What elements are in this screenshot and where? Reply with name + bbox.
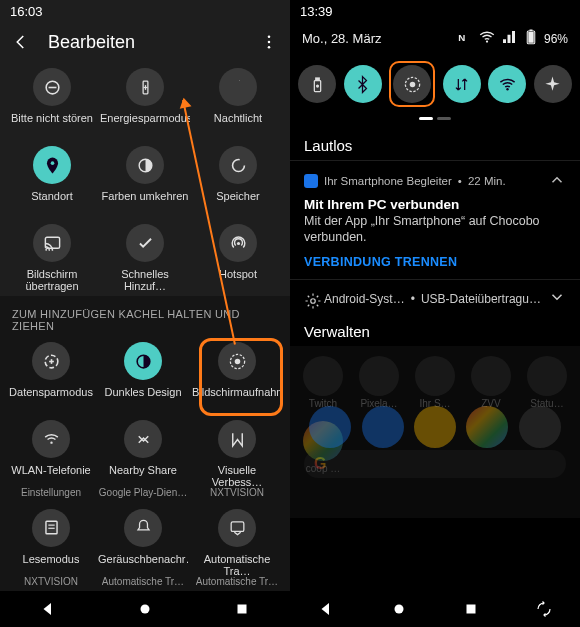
chevron-up-icon[interactable] xyxy=(548,171,566,191)
notif2-text: USB-Dateiübertragung aktiviert xyxy=(421,292,542,306)
qs-tile-auto-transcribe[interactable]: Automatische Tra… Automatische Tr… xyxy=(190,503,284,592)
tile-label: Bitte nicht stören xyxy=(11,112,93,136)
tile-sublabel: Google Play-Dien… xyxy=(99,488,187,499)
search-bar: G xyxy=(304,450,566,478)
tile-sublabel: NXTVISION xyxy=(210,488,264,499)
nav-home-icon[interactable] xyxy=(388,598,410,620)
qs-tile-cast[interactable]: Bildschirm übertragen xyxy=(6,218,98,296)
qs-bluetooth-button[interactable] xyxy=(344,65,382,103)
tile-label: Schnelles Hinzuf… xyxy=(100,268,190,292)
tile-label: WLAN-Telefonie xyxy=(11,464,90,488)
battery-icon xyxy=(522,28,540,49)
nfc-icon xyxy=(456,28,474,49)
qs-tile-wifi-calling[interactable]: WLAN-Telefonie Einstellungen xyxy=(6,414,96,503)
location-icon xyxy=(33,146,71,184)
home-app: Ihr S… xyxy=(412,356,458,409)
dnd-icon xyxy=(33,68,71,106)
tile-label: Hotspot xyxy=(219,268,257,292)
nav-back-icon[interactable] xyxy=(315,598,337,620)
qs-tile-data-saver[interactable]: Datensparmodus xyxy=(6,336,96,414)
notif-app-name: Ihr Smartphone Begleiter xyxy=(324,175,452,187)
tile-label: Speicher xyxy=(216,190,259,214)
status-bar: 16:03 xyxy=(0,0,290,22)
dock-phone-icon xyxy=(309,406,351,448)
dock-messages-icon xyxy=(362,406,404,448)
tile-label: Geräuschbenachr… xyxy=(98,553,188,577)
nav-bar xyxy=(290,591,580,627)
qs-tile-check[interactable]: Schnelles Hinzuf… xyxy=(98,218,192,296)
dock-chrome-icon xyxy=(466,406,508,448)
gear-icon xyxy=(304,292,318,306)
nav-recent-icon[interactable] xyxy=(231,598,253,620)
qs-tile-nearby-share[interactable]: Nearby Share Google Play-Dien… xyxy=(96,414,190,503)
home-screen-background: TwitchPixela…Ihr S…ZVVStatu… coop … G xyxy=(290,346,580,518)
home-app: ZVV xyxy=(468,356,514,409)
qs-airplane-button[interactable] xyxy=(534,65,572,103)
highlight-box-screen-record-tile xyxy=(199,338,283,416)
nav-rotate-icon[interactable] xyxy=(533,598,555,620)
chevron-down-icon[interactable] xyxy=(548,288,566,309)
tile-sublabel: Einstellungen xyxy=(21,488,81,499)
tile-label: Nachtlicht xyxy=(214,112,262,136)
qs-flashlight-button[interactable] xyxy=(298,65,336,103)
nav-bar xyxy=(0,591,290,627)
tile-label: Standort xyxy=(31,190,73,214)
notif-action-disconnect[interactable]: VERBINDUNG TRENNEN xyxy=(304,255,566,269)
nav-home-icon[interactable] xyxy=(134,598,156,620)
qs-tile-hotspot[interactable]: Hotspot xyxy=(192,218,284,296)
cast-icon xyxy=(33,224,71,262)
invert-colors-icon xyxy=(126,146,164,184)
nav-back-icon[interactable] xyxy=(37,598,59,620)
tile-sublabel: Automatische Tr… xyxy=(102,577,184,588)
dock-row xyxy=(290,406,580,448)
home-app: Twitch xyxy=(300,356,346,409)
manage-section-title[interactable]: Verwalten xyxy=(290,317,580,346)
edit-header: Bearbeiten xyxy=(0,22,290,62)
dock-contacts-icon xyxy=(414,406,456,448)
qs-tile-sound-notif[interactable]: Geräuschbenachr… Automatische Tr… xyxy=(96,503,190,592)
qs-tile-nxtvision[interactable]: Visuelle Verbess… NXTVISION xyxy=(190,414,284,503)
notif-body: Mit der App „Ihr Smartphone“ auf Chocobo… xyxy=(304,214,566,245)
status-time: 13:39 xyxy=(300,4,333,19)
qs-tile-invert-colors[interactable]: Farben umkehren xyxy=(98,140,192,218)
qs-screen-record-button[interactable] xyxy=(393,65,431,103)
wifi-calling-icon xyxy=(32,420,70,458)
notification-your-phone[interactable]: Ihr Smartphone Begleiter • 22 Min. Mit I… xyxy=(290,160,580,279)
highlight-box-qs xyxy=(389,61,435,107)
status-bar: 13:39 xyxy=(290,0,580,22)
notification-android-system[interactable]: Android-Syst… • USB-Dateiübertragung akt… xyxy=(290,279,580,317)
nav-recent-icon[interactable] xyxy=(460,598,482,620)
tile-label: Farben umkehren xyxy=(102,190,189,214)
back-icon[interactable] xyxy=(12,33,30,51)
wifi-status-icon xyxy=(478,28,496,49)
hotspot-icon xyxy=(219,224,257,262)
status-time: 16:03 xyxy=(10,4,43,19)
dock-camera-icon xyxy=(519,406,561,448)
tile-label: Visuelle Verbess… xyxy=(192,464,282,488)
active-tiles-grid: Bitte nicht stören Energiesparmodus Nach… xyxy=(0,62,290,296)
date-text: Mo., 28. März xyxy=(302,31,381,46)
left-screenshot: 16:03 Bearbeiten Bitte nicht stören Ener… xyxy=(0,0,290,627)
qs-tile-night-light[interactable]: Nachtlicht xyxy=(192,62,284,140)
silent-section-title: Lautlos xyxy=(290,127,580,160)
notif-title: Mit Ihrem PC verbunden xyxy=(304,197,566,212)
sound-notif-icon xyxy=(124,509,162,547)
qs-tile-dnd[interactable]: Bitte nicht stören xyxy=(6,62,98,140)
home-app: Statu… xyxy=(524,356,570,409)
read-mode-icon xyxy=(32,509,70,547)
qs-tile-dark-mode[interactable]: Dunkles Design xyxy=(96,336,190,414)
tile-label: Automatische Tra… xyxy=(192,553,282,577)
google-g-icon: G xyxy=(314,455,326,473)
quick-settings-row xyxy=(290,57,580,113)
notif2-app-name: Android-Syst… xyxy=(324,292,405,306)
qs-tile-location[interactable]: Standort xyxy=(6,140,98,218)
qs-wifi-button[interactable] xyxy=(488,65,526,103)
battery-saver-icon xyxy=(126,68,164,106)
qs-data-button[interactable] xyxy=(443,65,481,103)
tile-label: Dunkles Design xyxy=(104,386,181,410)
check-icon xyxy=(126,224,164,262)
tile-label: Datensparmodus xyxy=(9,386,93,410)
qs-tile-read-mode[interactable]: Lesemodus NXTVISION xyxy=(6,503,96,592)
more-icon[interactable] xyxy=(260,33,278,51)
tile-label: Nearby Share xyxy=(109,464,177,488)
